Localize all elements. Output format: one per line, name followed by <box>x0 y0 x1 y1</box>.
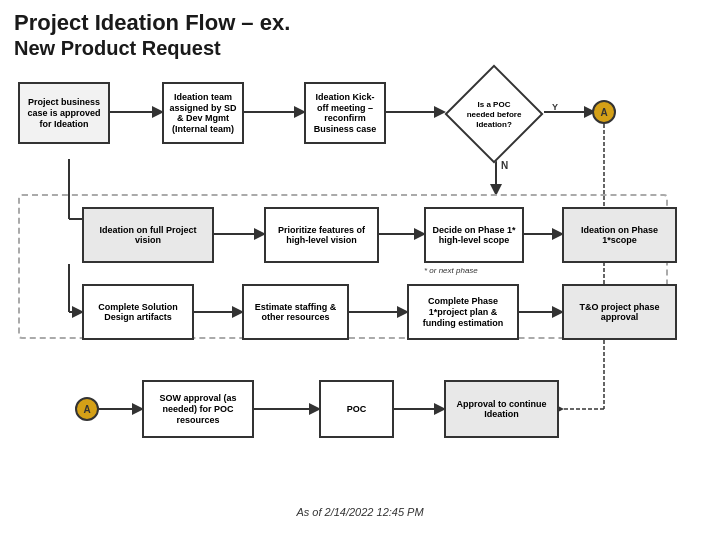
t-and-o-box: T&O project phase approval <box>562 284 677 340</box>
ideation-team-box: Ideation team assigned by SD & Dev Mgmt … <box>162 82 244 144</box>
sow-box: SOW approval (as needed) for POC resourc… <box>142 380 254 438</box>
or-next-phase-annotation: * or next phase <box>424 266 478 275</box>
flow-diagram: Project business case is approved for Id… <box>14 64 706 524</box>
complete-phase1-box: Complete Phase 1*project plan & funding … <box>407 284 519 340</box>
project-business-box: Project business case is approved for Id… <box>18 82 110 144</box>
title-area: Project Ideation Flow – ex. New Product … <box>14 10 706 60</box>
connector-a-bottom: A <box>75 397 99 421</box>
ideation-full-box: Ideation on full Project vision <box>82 207 214 263</box>
diamond-label: Is a POC needed before Ideation? <box>464 100 524 129</box>
estimate-box: Estimate staffing & other resources <box>242 284 349 340</box>
n-label: N <box>501 160 508 171</box>
decide-phase-box: Decide on Phase 1* high-level scope <box>424 207 524 263</box>
y-label: Y <box>552 102 558 112</box>
main-title: Project Ideation Flow – ex. <box>14 10 706 36</box>
kickoff-box: Ideation Kick-off meeting – reconfirm Bu… <box>304 82 386 144</box>
poc-box: POC <box>319 380 394 438</box>
approval-continue-box: Approval to continue Ideation <box>444 380 559 438</box>
footer-text: As of 2/14/2022 12:45 PM <box>296 506 423 518</box>
prioritize-box: Prioritize features of high-level vision <box>264 207 379 263</box>
connector-a-top: A <box>592 100 616 124</box>
sub-title: New Product Request <box>14 36 706 60</box>
poc-diamond: Is a POC needed before Ideation? <box>444 74 544 154</box>
ideation-phase-box: Ideation on Phase 1*scope <box>562 207 677 263</box>
complete-solution-box: Complete Solution Design artifacts <box>82 284 194 340</box>
page: Project Ideation Flow – ex. New Product … <box>0 0 720 540</box>
